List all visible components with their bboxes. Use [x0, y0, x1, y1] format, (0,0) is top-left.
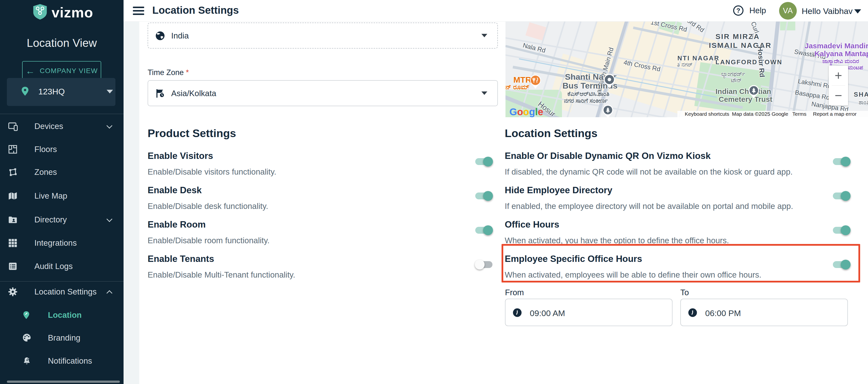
country-select[interactable]: India: [148, 23, 498, 48]
sidebar-item-devices[interactable]: Devices: [0, 118, 124, 134]
map-pin-icon: [20, 85, 30, 98]
sidebar-subitem-branding[interactable]: Branding: [0, 330, 124, 346]
sidebar-item-integrations[interactable]: Integrations: [0, 235, 124, 251]
country-select-value: India: [171, 31, 189, 40]
keyboard-shortcuts-link[interactable]: Keyboard shortcuts: [685, 111, 729, 117]
setting-description: Enable/Disable Multi-Tenant functionalit…: [148, 270, 295, 280]
map-label-poi-kannada: ಜಾಸ್ಮಾದೇವಿ ಮಂದಿರ: [822, 58, 859, 65]
enable-visitors-toggle[interactable]: [475, 158, 492, 165]
chevron-up-icon: [106, 290, 112, 296]
devices-icon: [7, 121, 19, 133]
clock-icon: [687, 308, 698, 319]
view-mode-label: Location View: [0, 36, 124, 49]
help-button[interactable]: ? Help: [733, 5, 766, 16]
setting-description: If disabled, the dynamic QR code will no…: [505, 167, 793, 177]
zoom-out-button[interactable]: −: [829, 85, 848, 105]
vizmo-shield-icon: [32, 3, 48, 22]
sidebar-item-live-map[interactable]: Live Map: [0, 188, 124, 204]
map-label-poi: Kalyana Mantapa: [814, 49, 868, 58]
enable-tenants-toggle[interactable]: [475, 261, 492, 268]
company-view-button[interactable]: ← COMPANY VIEW: [22, 61, 101, 81]
sidebar-subitem-location[interactable]: Location: [0, 307, 124, 323]
location-settings-heading: Location Settings: [505, 127, 597, 140]
map-label-district: SHANTI NAGAR: [854, 91, 868, 98]
map-label-poi-kannada: ನಗರ ಸಾರಿಗೆ ಸಂಕೀರ್ಣ: [564, 97, 608, 104]
chevron-down-icon[interactable]: [854, 9, 861, 13]
map-label-poi: Jasmadevi Mandira: [805, 42, 868, 50]
map-label-poi-kannada: ನ್ ರೂಮ್: [505, 83, 529, 91]
audit-logs-icon: [7, 261, 18, 273]
bus-terminus-marker[interactable]: [603, 74, 616, 90]
map-label-district: NTI NAGAR: [677, 55, 719, 62]
sidebar-item-audit-logs[interactable]: Audit Logs: [0, 258, 124, 274]
map-label-district-kannada: ಟೌನ್: [731, 77, 742, 83]
vizmo-logo: vizmo: [32, 3, 93, 22]
sidebar-item-location-settings[interactable]: Location Settings: [0, 284, 124, 300]
from-time-input[interactable]: 09:00 AM: [505, 299, 673, 326]
google-logo[interactable]: Google: [509, 106, 543, 117]
enable-room-toggle[interactable]: [475, 227, 492, 234]
map-label-district-kannada: ಶಾಂತಿ ನಗರ್: [859, 99, 868, 106]
setting-title: Enable Or Disable Dynamic QR On Vizmo Ki…: [505, 151, 711, 161]
location-selector[interactable]: 123HQ: [7, 78, 116, 106]
top-header: Location Settings ? Help VA Hello Vaibha…: [124, 0, 868, 22]
zoom-in-button[interactable]: +: [829, 66, 848, 85]
map-attribution: Keyboard shortcuts Map data ©2025 Google…: [677, 111, 868, 117]
map-label-road: Basappa Rd: [794, 89, 830, 102]
employee-specific-office-hours-toggle[interactable]: [833, 261, 850, 268]
to-label: To: [680, 288, 689, 297]
chevron-down-icon: [106, 90, 113, 94]
map-data-text: Map data ©2025 Google: [732, 111, 788, 117]
globe-icon: [154, 30, 166, 42]
hide-employee-directory-toggle[interactable]: [833, 193, 850, 199]
product-settings-heading: Product Settings: [148, 127, 236, 140]
map-label-district-kannada: ತಿ ನಗರ್: [677, 61, 692, 68]
setting-title: Enable Desk: [148, 185, 202, 196]
timezone-select[interactable]: Asia/Kolkata: [148, 80, 498, 106]
enable-desk-toggle[interactable]: [475, 193, 492, 199]
zones-icon: [7, 167, 18, 178]
user-greeting: Hello Vaibhav: [802, 6, 852, 16]
dynamic-qr-toggle[interactable]: [833, 158, 850, 165]
help-icon: ?: [733, 5, 743, 16]
palette-icon: [22, 333, 32, 344]
map-label-district-kannada: ಲ್ಯಾಂಗಫರ್ಡ್: [721, 71, 745, 77]
sidebar-scrollbar[interactable]: [7, 381, 120, 383]
office-hours-toggle[interactable]: [833, 227, 850, 234]
sidebar-item-directory[interactable]: Directory: [0, 212, 124, 228]
location-selector-value: 123HQ: [38, 87, 65, 96]
integrations-icon: [7, 238, 18, 249]
chevron-down-icon: [106, 216, 112, 222]
required-asterisk: *: [186, 68, 189, 77]
timezone-field-label: Time Zone *: [148, 68, 189, 77]
restaurant-marker[interactable]: [529, 74, 542, 91]
google-map[interactable]: Nala Rd 1st Cross Rd Lal Bagh Main Rd 4t…: [505, 22, 868, 117]
to-time-input[interactable]: 06:00 PM: [680, 299, 848, 326]
sidebar-item-floors[interactable]: Floors: [0, 141, 124, 158]
setting-description: When activated, employees will be able t…: [505, 270, 762, 280]
settings-gear-icon: [7, 286, 18, 298]
setting-description: Enable/Disable visitors functionality.: [148, 167, 276, 177]
chevron-down-icon: [482, 92, 487, 95]
back-arrow-icon: ←: [26, 66, 35, 75]
map-label-poi-kannada: ಕೆಎಸ್‌ಆರ್‌ಟಿಸಿ ಶಾಂತಿ: [567, 90, 609, 98]
setting-title: Enable Visitors: [148, 151, 213, 161]
location-pin-edit-icon: [22, 310, 31, 321]
avatar[interactable]: VA: [779, 2, 797, 20]
report-map-error-link[interactable]: Report a map error: [813, 111, 857, 117]
map-label-road: Lakshmi Rd: [797, 77, 832, 90]
terms-link[interactable]: Terms: [792, 111, 806, 117]
flag-clock-icon: [154, 88, 166, 100]
map-label-district: LANGFORD TOWN: [715, 58, 782, 66]
help-label: Help: [749, 6, 766, 15]
cemetery-marker[interactable]: [748, 85, 760, 101]
directory-icon: [7, 214, 18, 226]
page-title: Location Settings: [152, 4, 239, 16]
sidebar-subitem-notifications[interactable]: Notifications: [0, 353, 124, 369]
setting-description: If enabled, the employee directory will …: [505, 202, 793, 211]
company-view-label: COMPANY VIEW: [40, 67, 98, 75]
setting-title: Enable Tenants: [148, 254, 214, 264]
park-marker[interactable]: [602, 104, 614, 117]
hamburger-menu-icon[interactable]: [133, 7, 144, 15]
sidebar-item-zones[interactable]: Zones: [0, 164, 124, 180]
